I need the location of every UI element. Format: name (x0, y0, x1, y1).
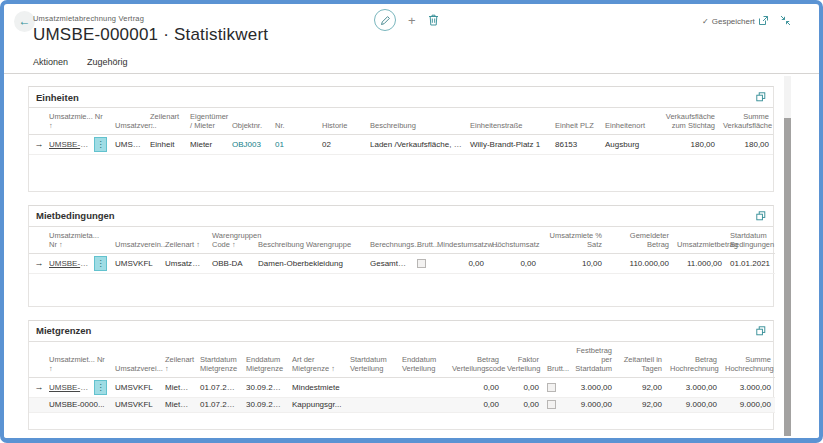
breadcrumb[interactable]: Umsatzmietabrechnung Vertrag (33, 14, 144, 23)
cell-umsatzvereinbarung[interactable]: UMSVKFL (111, 253, 161, 273)
brutto-checkbox[interactable] (547, 400, 556, 409)
col-mindestumsatz[interactable]: Mindestumsatzw... (433, 227, 488, 253)
col-enddatum-mietgrenze[interactable]: Enddatum Mietgrenze (242, 342, 288, 378)
cell-umsatzmiete-satz[interactable]: 10,00 (540, 253, 606, 273)
row-menu-button[interactable]: ⋮ (94, 256, 107, 271)
cell-zeitanteil-in-tagen[interactable]: 92,00 (616, 397, 666, 412)
col-zeilenart[interactable]: Zeilenart ↑ (161, 227, 208, 253)
cell-zeilenart[interactable]: Umsatzbedin... (161, 253, 208, 273)
col-festbetrag-per-startdatum[interactable]: Festbetrag per Startdatum (561, 342, 616, 378)
col-objektnr[interactable]: Objektnr. (228, 108, 271, 134)
cell-betrag-hochrechnung[interactable]: 3.000,00 (666, 377, 721, 397)
cell-umsatzvereinbarung[interactable]: UMSVKFL (111, 397, 161, 412)
cell-umsatzmietbetrag[interactable]: 11.000,00 (673, 253, 726, 273)
col-art-der-mietgrenze[interactable]: Art der Mietgrenze ↑ (288, 342, 346, 378)
cell-startdatum-verteilung[interactable] (346, 397, 398, 412)
cell-beschreibung-warengruppe[interactable]: Damen-Oberbekleidung (254, 253, 366, 273)
cell-betrag-verteilungscode[interactable]: 0,00 (448, 397, 503, 412)
cell-beschreibung[interactable]: Laden /Verkaufsfläche, Erdgesc... (366, 134, 466, 154)
col-zeilenart[interactable]: Zeilenart ↑ (161, 342, 196, 378)
cell-eigentuemer-mieter[interactable]: Mieter (186, 134, 228, 154)
col-startdatum-bedingungen[interactable]: Startdatum Bedingungen (726, 227, 775, 253)
cell-hoechstumsatz[interactable]: 0,00 (488, 253, 540, 273)
col-einheitenort[interactable]: Einheitenort (601, 108, 656, 134)
table-row[interactable]: UMSBE-0000... UMSVKFL Mietgrenzen 01.07.… (29, 397, 775, 412)
cell-art-der-mietgrenze[interactable]: Kappungsgr... (288, 397, 346, 412)
vertical-scrollbar[interactable] (784, 76, 791, 436)
cell-historie[interactable]: 02 (318, 134, 366, 154)
col-umsatzmietabrechnung-nr[interactable]: Umsatzmie... Nr ↑ (45, 108, 111, 134)
cell-nr[interactable]: UMSBE-000001 ⋮ (45, 253, 111, 273)
cell-verkaufsflaeche-stichtag[interactable]: 180,00 (656, 134, 719, 154)
table-row[interactable]: → UMSBE-000... ⋮ UMSVKFL Einheit Mieter … (29, 134, 773, 154)
cell-summe-hochrechnung[interactable]: 9.000,00 (721, 397, 775, 412)
cell-einheitenort[interactable]: Augsburg (601, 134, 656, 154)
brutto-checkbox[interactable] (547, 383, 556, 392)
col-nr[interactable]: Nr. (271, 108, 318, 134)
col-hoechstumsatz[interactable]: Höchstumsatz (488, 227, 540, 253)
open-in-excel-button[interactable] (756, 211, 766, 221)
col-brutto[interactable]: Brutt... (543, 342, 561, 378)
cell-startdatum-bedingungen[interactable]: 01.01.2021 (726, 253, 775, 273)
col-eigentuemer-mieter[interactable]: Eigentümer / Mieter (186, 108, 228, 134)
cell-festbetrag-per-startdatum[interactable]: 9.000,00 (561, 397, 616, 412)
col-enddatum-verteilung[interactable]: Enddatum Verteilung (398, 342, 448, 378)
cell-mindestumsatz[interactable]: 0,00 (433, 253, 488, 273)
col-umsatzmietabrechnung-nr[interactable]: Umsatzmieta... Nr ↑ (45, 227, 111, 253)
col-umsatzmietbetrag[interactable]: Umsatzmietbetrag (673, 227, 726, 253)
cell-nr[interactable]: UMSBE-000... ⋮ (45, 134, 111, 154)
cell-zeitanteil-in-tagen[interactable]: 92,00 (616, 377, 666, 397)
cell-einheit-plz[interactable]: 86153 (551, 134, 601, 154)
objektnr-link[interactable]: OBJ003 (232, 140, 261, 149)
cell-einheitenstrasse[interactable]: Willy-Brandt-Platz 1 (466, 134, 551, 154)
cell-zeilenart[interactable]: Einheit (146, 134, 186, 154)
cell-enddatum-verteilung[interactable] (398, 397, 448, 412)
col-beschreibung-warengruppe[interactable]: Beschreibung Warengruppe (254, 227, 366, 253)
col-startdatum-verteilung[interactable]: Startdatum Verteilung (346, 342, 398, 378)
cell-summe-hochrechnung[interactable]: 3.000,00 (721, 377, 775, 397)
brutto-checkbox[interactable] (417, 259, 426, 268)
cell-enddatum-mietgrenze[interactable]: 30.09.2021 (242, 397, 288, 412)
col-verkaufsflaeche-stichtag[interactable]: Verkaufsfläche zum Stichtag (656, 108, 719, 134)
row-link[interactable]: UMSBE-0000... (49, 383, 91, 392)
open-in-new-window-button[interactable] (758, 15, 769, 26)
open-in-excel-button[interactable] (756, 92, 766, 102)
collapse-button[interactable] (780, 15, 791, 26)
cell-startdatum-verteilung[interactable] (346, 377, 398, 397)
cell-nr[interactable]: UMSBE-0000... ⋮ (45, 377, 111, 397)
row-link[interactable]: UMSBE-000... (49, 140, 91, 149)
back-button[interactable]: ← (14, 11, 35, 32)
cell-enddatum-verteilung[interactable] (398, 377, 448, 397)
col-umsatzmiete-satz[interactable]: Umsatzmiete % Satz (540, 227, 606, 253)
col-einheit-plz[interactable]: Einheit PLZ (551, 108, 601, 134)
tab-aktionen[interactable]: Aktionen (33, 57, 68, 73)
col-faktor-verteilung[interactable]: Faktor Verteilung (503, 342, 543, 378)
col-einheitenstrasse[interactable]: Einheitenstraße (466, 108, 551, 134)
cell-zeilenart[interactable]: Mietgrenzen (161, 397, 196, 412)
cell-zeilenart[interactable]: Mietgrenzen (161, 377, 196, 397)
cell-warengruppen-code[interactable]: OBB-DA (208, 253, 254, 273)
col-umsatzvereinbarung[interactable]: Umsatzverei... (111, 342, 161, 378)
col-historie[interactable]: Historie (318, 108, 366, 134)
open-in-excel-button[interactable] (756, 326, 766, 336)
cell-gemeldeter-betrag[interactable]: 110.000,00 (606, 253, 673, 273)
cell-startdatum-mietgrenze[interactable]: 01.07.2021 (196, 397, 242, 412)
cell-summe-verkaufsflaeche[interactable]: 180,00 (719, 134, 773, 154)
table-row[interactable]: → UMSBE-0000... ⋮ UMSVKFL Mietgrenzen 01… (29, 377, 775, 397)
new-button[interactable]: + (408, 13, 416, 27)
cell-startdatum-mietgrenze[interactable]: 01.07.2021 (196, 377, 242, 397)
cell-umsatzvereinbarung[interactable]: UMSVKFL (111, 377, 161, 397)
edit-button[interactable] (374, 9, 396, 31)
cell-berechnungs[interactable]: Gesamtumsatz (366, 253, 413, 273)
col-umsatzvereinbarung[interactable]: Umsatzverein... (111, 227, 161, 253)
delete-button[interactable] (428, 14, 439, 26)
col-betrag-verteilungscode[interactable]: Betrag Verteilungscode (448, 342, 503, 378)
cell-enddatum-mietgrenze[interactable]: 30.09.2021 (242, 377, 288, 397)
tab-zugehoerig[interactable]: Zugehörig (87, 57, 128, 73)
col-umsatzvereinbarung[interactable]: Umsatzver... (111, 108, 146, 134)
cell-umsatzvereinbarung[interactable]: UMSVKFL (111, 134, 146, 154)
row-menu-button[interactable]: ⋮ (94, 137, 107, 152)
cell-betrag-hochrechnung[interactable]: 9.000,00 (666, 397, 721, 412)
col-zeitanteil-in-tagen[interactable]: Zeitanteil in Tagen (616, 342, 666, 378)
cell-faktor-verteilung[interactable]: 0,00 (503, 377, 543, 397)
